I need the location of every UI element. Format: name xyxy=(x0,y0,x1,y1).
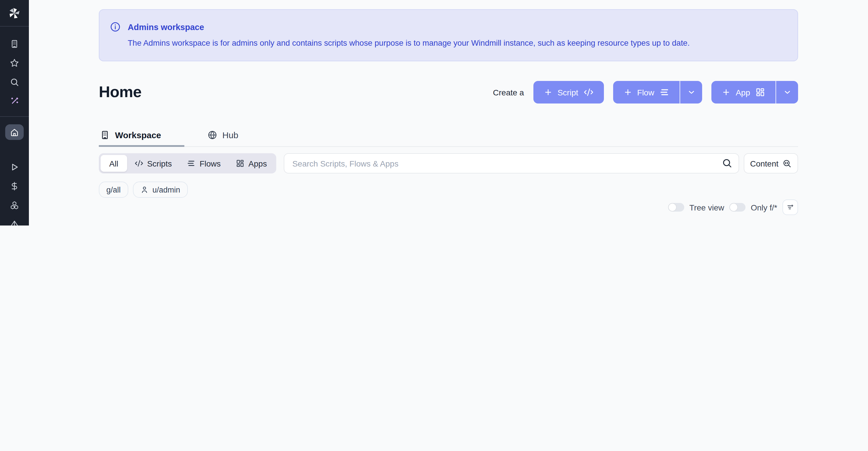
info-icon xyxy=(110,21,121,32)
tag-u-admin-label: u/admin xyxy=(153,185,180,194)
filter-settings-button[interactable] xyxy=(782,200,798,215)
search-code-icon xyxy=(782,159,792,168)
code-icon xyxy=(583,87,593,97)
search-icon xyxy=(722,158,732,168)
sidebar-item-triggers[interactable] xyxy=(0,214,29,226)
play-icon xyxy=(10,162,19,172)
filter-flows-label: Flows xyxy=(200,159,221,168)
sidebar-item-variables[interactable] xyxy=(0,176,29,196)
sidebar-divider xyxy=(0,116,29,117)
sidebar-item-favorites[interactable] xyxy=(0,53,29,72)
globe-icon xyxy=(208,130,217,140)
create-app-dropdown-button[interactable] xyxy=(776,81,798,103)
create-flow-label: Flow xyxy=(637,88,654,97)
app-grid-icon xyxy=(236,159,244,168)
create-script-button[interactable]: Script xyxy=(533,81,603,103)
search-icon xyxy=(10,77,19,86)
windmill-logo[interactable] xyxy=(0,0,29,26)
user-icon xyxy=(141,186,149,194)
create-flow-button[interactable]: Flow xyxy=(613,81,680,103)
star-icon xyxy=(10,58,19,67)
building-icon xyxy=(10,39,19,48)
filter-all[interactable]: All xyxy=(100,155,127,172)
tab-hub[interactable]: Hub xyxy=(206,130,250,147)
building-icon xyxy=(100,130,110,140)
tag-g-all-label: g/all xyxy=(106,185,121,194)
filter-apps[interactable]: Apps xyxy=(228,155,275,172)
create-app-label: App xyxy=(736,88,750,97)
chevron-down-icon xyxy=(687,88,695,96)
plus-icon xyxy=(544,88,552,96)
dollar-icon xyxy=(10,181,19,190)
tree-view-label: Tree view xyxy=(689,203,724,212)
search-input[interactable] xyxy=(284,153,739,174)
filter-scripts-label: Scripts xyxy=(147,159,172,168)
tag-u-admin[interactable]: u/admin xyxy=(133,182,188,198)
kind-filter: All Scripts Flows Apps xyxy=(99,153,276,174)
create-app-button[interactable]: App xyxy=(711,81,776,103)
sidebar-item-search[interactable] xyxy=(0,72,29,91)
toggle-knob xyxy=(730,204,737,211)
pyramid-icon xyxy=(10,219,19,226)
admins-workspace-banner: Admins workspace The Admins workspace is… xyxy=(99,9,798,61)
code-icon xyxy=(134,159,143,168)
list-filter-plus-icon xyxy=(786,203,794,212)
main-area: Admins workspace The Admins workspace is… xyxy=(29,0,868,226)
plus-icon xyxy=(623,88,632,96)
page-title: Home xyxy=(99,83,142,101)
create-flow-dropdown-button[interactable] xyxy=(680,81,702,103)
create-flow-button-group: Flow xyxy=(613,81,702,103)
tab-bar: Workspace Hub xyxy=(99,130,798,147)
tab-workspace[interactable]: Workspace xyxy=(99,130,184,147)
sidebar-item-workspace[interactable] xyxy=(0,34,29,53)
windmill-logo-icon xyxy=(8,7,21,19)
sidebar-item-runs[interactable] xyxy=(0,157,29,176)
content-button-label: Content xyxy=(750,159,778,168)
tree-view-toggle[interactable] xyxy=(668,203,684,212)
flow-bars-icon xyxy=(659,87,669,97)
filter-all-label: All xyxy=(109,159,118,168)
create-script-label: Script xyxy=(557,88,578,97)
magic-wand-icon xyxy=(10,96,19,106)
home-icon xyxy=(10,127,19,137)
tag-g-all[interactable]: g/all xyxy=(99,182,128,198)
app-window: Admins workspace The Admins workspace is… xyxy=(0,0,868,226)
banner-body: The Admins workspace is for admins only … xyxy=(128,39,784,48)
tab-hub-label: Hub xyxy=(222,130,238,140)
plus-icon xyxy=(722,88,731,96)
app-grid-icon xyxy=(755,87,765,97)
create-app-button-group: App xyxy=(711,81,798,103)
filter-scripts[interactable]: Scripts xyxy=(127,155,180,172)
filter-flows[interactable]: Flows xyxy=(180,155,228,172)
content-search-button[interactable]: Content xyxy=(744,153,798,174)
sidebar-item-home[interactable] xyxy=(5,124,24,140)
tab-workspace-label: Workspace xyxy=(115,130,161,140)
flow-bars-icon xyxy=(187,159,196,168)
banner-title: Admins workspace xyxy=(128,22,204,31)
only-f-toggle[interactable] xyxy=(729,203,745,212)
toggle-knob xyxy=(669,204,676,211)
filter-apps-label: Apps xyxy=(248,159,267,168)
sidebar-item-resources[interactable] xyxy=(0,196,29,214)
only-f-label: Only f/* xyxy=(751,203,777,212)
sidebar-item-ai[interactable] xyxy=(0,91,29,111)
create-a-label: Create a xyxy=(493,88,524,97)
chevron-down-icon xyxy=(783,88,792,96)
sidebar xyxy=(0,0,29,226)
boxes-icon xyxy=(10,200,19,210)
